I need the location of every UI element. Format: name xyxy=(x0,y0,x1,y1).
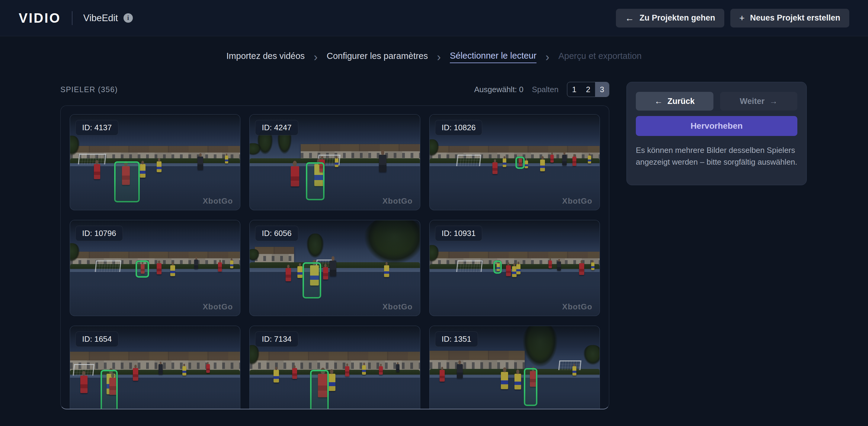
player-figure xyxy=(158,364,163,374)
panel-note: Es können mehrere Bilder desselben Spiel… xyxy=(636,144,797,168)
player-figure xyxy=(206,364,210,373)
player-figure xyxy=(328,374,335,391)
chevron-right-icon: › xyxy=(314,51,318,63)
hedge-row xyxy=(70,370,240,375)
main-content: SPIELER (356) Ausgewählt: 0 Spalten 123 … xyxy=(0,63,868,409)
info-icon[interactable]: i xyxy=(123,13,133,23)
player-figure xyxy=(197,157,203,170)
chevron-right-icon: › xyxy=(437,51,441,63)
xbotgo-watermark: XbotGo xyxy=(203,196,233,206)
product-name: VibeEdit xyxy=(83,13,118,24)
new-project-button[interactable]: + Neues Projekt erstellen xyxy=(730,9,849,28)
selected-count-label: Ausgewählt: 0 xyxy=(474,85,523,94)
player-figure xyxy=(512,266,517,277)
player-bounding-box xyxy=(100,370,118,409)
player-id-badge: ID: 10931 xyxy=(435,226,483,241)
player-card[interactable]: ID: 6056 XbotGo xyxy=(249,220,420,316)
player-bounding-box xyxy=(524,368,537,406)
side-panel: ← Zurück Weiter → Hervorheben Es können … xyxy=(626,82,807,185)
player-figure xyxy=(140,164,146,177)
player-figure xyxy=(557,261,561,271)
xbotgo-watermark: XbotGo xyxy=(382,302,413,312)
go-to-projects-button[interactable]: ← Zu Projekten gehen xyxy=(616,9,724,28)
player-bounding-box xyxy=(493,260,502,274)
app-logo: VIDIO xyxy=(19,10,61,26)
player-figure xyxy=(457,364,463,378)
player-figure xyxy=(286,268,291,281)
next-label: Weiter xyxy=(740,97,765,106)
players-count-title: SPIELER (356) xyxy=(60,85,118,94)
top-bar: VIDIO VibeEdit i ← Zu Projekten gehen + … xyxy=(0,0,868,36)
goal xyxy=(95,260,121,272)
stepper-step[interactable]: Sélectionner le lecteur xyxy=(450,51,536,63)
arrow-right-icon: → xyxy=(769,97,777,106)
player-id-badge: ID: 10826 xyxy=(435,120,483,135)
player-id-badge: ID: 10796 xyxy=(75,226,123,241)
arrow-left-icon: ← xyxy=(625,13,634,23)
player-figure xyxy=(379,155,386,172)
houses-row xyxy=(70,352,240,372)
player-figure xyxy=(572,366,576,375)
goal xyxy=(558,361,582,370)
player-card[interactable]: ID: 10931 XbotGo xyxy=(429,220,600,316)
player-figure xyxy=(330,260,336,276)
player-figure xyxy=(503,158,506,167)
player-bounding-box xyxy=(303,262,321,299)
brand-divider xyxy=(72,11,72,25)
player-card[interactable]: ID: 4137 XbotGo xyxy=(70,114,240,210)
stepper-step[interactable]: Importez des vidéos xyxy=(226,51,305,63)
goal xyxy=(78,154,106,164)
player-figure xyxy=(572,157,576,166)
columns-option-3[interactable]: 3 xyxy=(595,82,609,97)
highlight-button[interactable]: Hervorheben xyxy=(636,116,797,136)
player-bounding-box xyxy=(515,157,525,169)
player-figure xyxy=(516,264,521,274)
player-card[interactable]: ID: 7134 XbotGo xyxy=(249,326,420,409)
player-figure xyxy=(501,372,508,389)
player-figure xyxy=(362,365,366,375)
panel-nav-buttons: ← Zurück Weiter → xyxy=(636,92,797,111)
player-figure xyxy=(94,164,100,179)
player-id-badge: ID: 4247 xyxy=(255,120,298,135)
player-figure xyxy=(345,366,349,376)
stepper-step: Aperçu et exportation xyxy=(559,51,642,63)
back-button[interactable]: ← Zurück xyxy=(636,92,713,111)
player-card[interactable]: ID: 10796 XbotGo xyxy=(70,220,240,316)
players-section: SPIELER (356) Ausgewählt: 0 Spalten 123 … xyxy=(60,82,609,409)
plus-icon: + xyxy=(739,13,745,23)
player-figure xyxy=(384,265,389,277)
player-figure xyxy=(230,260,234,268)
columns-segmented-control: 123 xyxy=(567,82,609,97)
player-figure xyxy=(170,265,175,276)
player-card[interactable]: ID: 1351 XbotGo xyxy=(429,326,600,409)
player-id-badge: ID: 1654 xyxy=(75,332,118,347)
player-figure xyxy=(335,158,338,167)
next-button[interactable]: Weiter → xyxy=(720,92,798,111)
stepper-step[interactable]: Configurer les paramètres xyxy=(327,51,428,63)
player-figure xyxy=(133,368,138,381)
player-figure xyxy=(506,265,510,276)
player-bounding-box xyxy=(135,260,149,278)
player-figure xyxy=(550,155,554,163)
houses-row xyxy=(255,247,294,263)
goal xyxy=(456,260,483,272)
player-card[interactable]: ID: 4247 XbotGo xyxy=(249,114,420,210)
player-figure xyxy=(396,364,399,372)
tree xyxy=(583,345,600,370)
tree xyxy=(362,220,420,276)
player-card[interactable]: ID: 1654 XbotGo xyxy=(70,326,240,409)
player-figure xyxy=(157,161,161,172)
xbotgo-watermark: XbotGo xyxy=(203,302,233,312)
columns-option-2[interactable]: 2 xyxy=(581,82,595,97)
player-figure xyxy=(194,259,198,269)
player-figure xyxy=(492,162,498,174)
player-figure xyxy=(182,366,186,375)
columns-option-1[interactable]: 1 xyxy=(567,82,581,97)
go-to-projects-label: Zu Projekten gehen xyxy=(640,13,715,23)
player-figure xyxy=(298,266,303,278)
player-card[interactable]: ID: 10826 XbotGo xyxy=(429,114,600,210)
columns-label: Spalten xyxy=(532,85,559,94)
player-figure xyxy=(157,263,161,274)
goal xyxy=(456,155,481,166)
player-bounding-box xyxy=(306,162,324,200)
